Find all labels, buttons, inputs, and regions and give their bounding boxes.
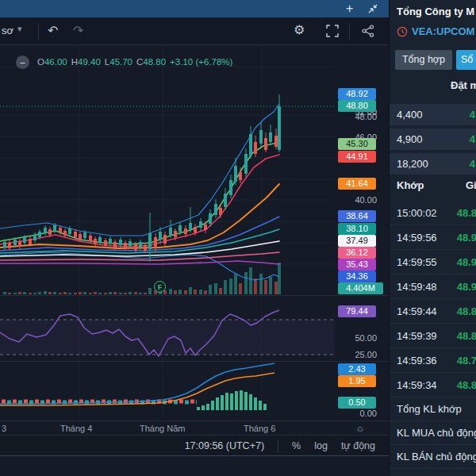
company-title: Tổng Công ty M — [397, 6, 474, 17]
trade-time: 14:59:36 — [397, 355, 437, 367]
redo-button[interactable]: ↷ — [73, 23, 83, 38]
collapse-icon[interactable] — [367, 3, 378, 14]
fullscreen-icon[interactable] — [326, 25, 339, 37]
clock-display[interactable]: 17:09:56 (UTC+7) — [185, 440, 264, 451]
ticker-row[interactable]: VEA:UPCOM — [397, 25, 474, 37]
axis-tick: 0.00 — [336, 409, 377, 418]
ma-red-line — [0, 155, 279, 247]
trade-price: 48.7 — [457, 355, 476, 367]
trade-price: 48.8 — [457, 305, 476, 317]
trade-time: 14:59:56 — [397, 232, 437, 244]
bid-price: 4 — [470, 133, 475, 145]
trade-row[interactable]: 14:59:34 48.8 — [390, 373, 476, 397]
price-axis[interactable]: 52.00 48.92 48.80 48.00 46.00 45.30 44.9… — [335, 45, 389, 420]
orderbook-row[interactable]: 4,400 4 — [390, 104, 476, 125]
rsi-pane — [0, 310, 335, 356]
trade-time: 14:59:39 — [397, 330, 437, 342]
price-label-ma-green: 45.30 — [338, 138, 376, 150]
log-scale-button[interactable]: log — [314, 440, 328, 451]
orderbook-row[interactable]: 18,200 4 — [390, 153, 476, 175]
stock-info-panel: Tổng Công ty M VEA:UPCOM Tổng hợp Sổ l Đ… — [389, 0, 476, 476]
chart-toolbar: sơ ▾ ↶ ↷ ⚙ — [0, 17, 389, 45]
high-value: 49.40 — [78, 57, 101, 67]
trade-price: 48.9 — [457, 256, 476, 268]
time-axis[interactable]: 3 Tháng 4 Tháng Năm Tháng 6 ☼ — [0, 420, 389, 435]
pane-divider[interactable] — [0, 361, 389, 362]
buy-orders-header: Đặt m — [451, 79, 476, 91]
undo-button[interactable]: ↶ — [48, 23, 58, 38]
axis-settings-icon[interactable]: ☼ — [355, 422, 365, 434]
ma-purple-line — [0, 261, 279, 264]
summary-row: Tổng KL khớp — [390, 397, 476, 421]
symbol-select[interactable]: sơ — [2, 25, 13, 36]
widget-footer — [0, 455, 389, 476]
clock-icon — [397, 26, 408, 37]
orderbook-row[interactable]: 4,900 4 — [390, 129, 476, 150]
ma-teal-line — [0, 229, 279, 253]
tab-summary[interactable]: Tổng hợp — [395, 50, 452, 70]
bid-price: 4 — [470, 109, 475, 121]
percent-scale-button[interactable]: % — [292, 440, 301, 451]
price-label-ma-white: 37.49 — [338, 235, 376, 247]
summary-row: KL MUA chủ động — [390, 421, 476, 445]
add-icon[interactable]: + — [346, 1, 353, 17]
chevron-down-icon[interactable]: ▾ — [17, 24, 22, 34]
price-label-ma-pink: 36.12 — [338, 247, 376, 259]
axis-tick: 48.00 — [336, 112, 377, 121]
lower-orange-label: 1.95 — [338, 375, 376, 387]
event-marker-f[interactable]: F — [154, 281, 166, 293]
summary-label: KL MUA chủ động — [397, 427, 476, 439]
rsi-value-label: 79.44 — [338, 305, 376, 317]
share-icon[interactable] — [362, 25, 374, 37]
month-tick: Tháng 6 — [244, 424, 275, 433]
trade-price: 48.8 — [457, 330, 476, 342]
trade-row[interactable]: 14:59:44 48.8 — [390, 299, 476, 324]
toolbar-divider — [38, 23, 39, 40]
toolbar-divider — [349, 23, 350, 40]
axis-tick: 40.00 — [336, 195, 377, 205]
indicator-lines — [0, 104, 279, 280]
chart-widget: + sơ ▾ ↶ ↷ ⚙ — [0, 0, 389, 476]
high-key: H — [71, 57, 78, 67]
axis-tick: 50.00 — [336, 333, 377, 343]
trade-row[interactable]: 14:59:36 48.7 — [390, 348, 476, 373]
trade-row[interactable]: 14:59:48 48.9 — [390, 274, 476, 299]
summary-label: Tổng KL khớp — [397, 403, 462, 415]
price-chart-canvas[interactable] — [0, 45, 335, 420]
trade-price: 48.9 — [457, 232, 476, 244]
price-label-ma-purple: 35.43 — [338, 259, 376, 271]
trade-time: 14:59:55 — [397, 256, 437, 268]
bid-volume: 4,900 — [397, 133, 423, 145]
trade-row[interactable]: 14:59:55 48.9 — [390, 250, 476, 274]
lower-blue-line — [0, 363, 274, 404]
trade-price: 48.8 — [457, 207, 476, 219]
price-label-ma-blue: 38.64 — [338, 210, 376, 222]
trade-row[interactable]: 14:59:56 48.9 — [390, 225, 476, 250]
price-label-ma-teal: 38.10 — [338, 223, 376, 235]
summary-label: KL BÁN chủ động — [397, 451, 476, 463]
auto-scale-button[interactable]: tự động — [341, 440, 375, 451]
trade-row[interactable]: 15:00:02 48.8 — [390, 201, 476, 225]
trade-row[interactable]: 14:59:39 48.8 — [390, 324, 476, 348]
open-key: O — [37, 57, 44, 67]
tab-orderbook[interactable]: Sổ l — [456, 50, 476, 70]
change-value: +3.10 (+6.78%) — [170, 57, 232, 67]
trading-app: + sơ ▾ ↶ ↷ ⚙ — [0, 0, 476, 476]
trade-time: 14:59:44 — [397, 305, 437, 317]
trade-time: 14:59:48 — [397, 281, 437, 293]
ohlc-legend: – O46.00H49.40L45.70C48.80+3.10 (+6.78%) — [16, 55, 232, 69]
open-value: 46.00 — [44, 57, 67, 67]
trade-time: 15:00:02 — [397, 207, 437, 219]
bid-volume: 18,200 — [397, 158, 428, 170]
chart-bottom-bar: 17:09:56 (UTC+7) % log tự động — [0, 435, 389, 455]
month-tick: Tháng Năm — [140, 424, 185, 433]
pane-divider[interactable] — [0, 295, 389, 296]
bid-volume: 4,400 — [397, 109, 423, 121]
volume-bars — [5, 263, 279, 294]
lower-histogram — [198, 390, 265, 410]
hide-series-button[interactable]: – — [16, 56, 29, 69]
settings-gear-icon[interactable]: ⚙ — [294, 22, 305, 37]
price-label-bb-upper: 48.92 — [338, 88, 376, 100]
price-label-ma-orange: 41.64 — [338, 178, 376, 190]
ticker-symbol[interactable]: VEA:UPCOM — [412, 25, 474, 37]
